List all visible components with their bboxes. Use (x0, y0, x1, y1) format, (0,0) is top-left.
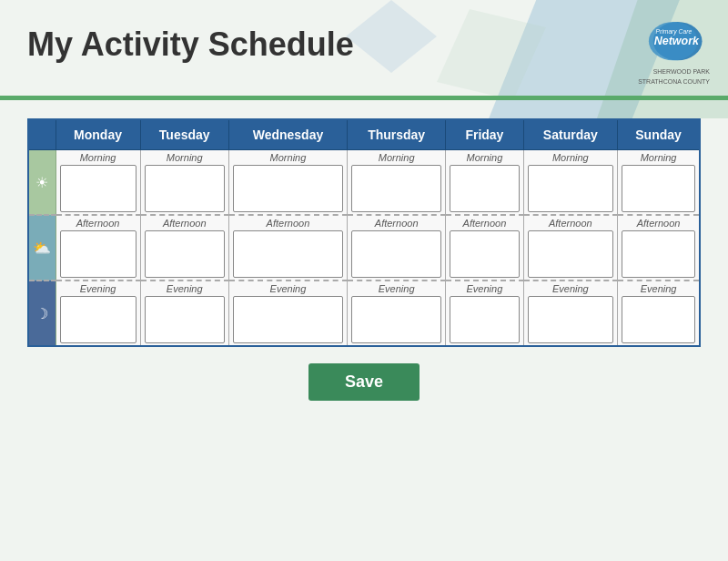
afternoon-icon-cell: ⛅ (28, 215, 56, 280)
save-button[interactable]: Save (308, 363, 420, 401)
activity-box-afternoon-saturday[interactable] (528, 230, 614, 278)
morning-monday: Morning (56, 150, 140, 216)
morning-sunday: Morning (618, 150, 700, 216)
col-tuesday: Tuesday (140, 119, 228, 150)
afternoon-wednesday: Afternoon (228, 215, 347, 280)
evening-tuesday: Evening (140, 280, 228, 346)
afternoon-thursday: Afternoon (348, 215, 446, 280)
afternoon-monday: Afternoon (56, 215, 140, 280)
header-row: Monday Tuesday Wednesday Thursday Friday… (28, 119, 700, 150)
activity-box-morning-wednesday[interactable] (233, 165, 343, 212)
col-wednesday: Wednesday (228, 119, 347, 150)
afternoon-sunday: Afternoon (618, 215, 700, 280)
morning-icon-cell: ☀ (28, 150, 56, 216)
col-monday: Monday (56, 119, 140, 150)
morning-saturday: Morning (523, 150, 618, 216)
evening-icon-cell: ☽ (28, 280, 56, 346)
logo-image: Primary Care Network (628, 22, 710, 67)
schedule-table: Monday Tuesday Wednesday Thursday Friday… (27, 118, 701, 347)
morning-tuesday: Morning (140, 150, 228, 216)
activity-box-evening-monday[interactable] (60, 296, 136, 343)
morning-thursday: Morning (348, 150, 446, 216)
activity-box-morning-friday[interactable] (450, 165, 519, 212)
activity-box-evening-tuesday[interactable] (145, 296, 225, 343)
header: My Activity Schedule Primary Care Networ… (0, 0, 728, 96)
col-sunday: Sunday (618, 119, 700, 150)
evening-row: ☽ Evening Evening Evening Evening (28, 280, 700, 346)
activity-box-morning-sunday[interactable] (622, 165, 695, 212)
morning-wednesday: Morning (228, 150, 347, 216)
activity-box-afternoon-sunday[interactable] (622, 230, 695, 278)
cloud-icon: ⛅ (31, 240, 54, 257)
activity-box-afternoon-wednesday[interactable] (233, 230, 343, 278)
activity-box-evening-thursday[interactable] (351, 296, 441, 343)
logo: Primary Care Network SHERWOOD PARK STRAT… (628, 22, 710, 87)
morning-friday: Morning (446, 150, 523, 216)
sun-icon: ☀ (31, 174, 54, 191)
activity-box-evening-saturday[interactable] (528, 296, 614, 343)
activity-box-morning-thursday[interactable] (351, 165, 441, 212)
svg-text:Network: Network (654, 35, 700, 47)
evening-thursday: Evening (348, 280, 446, 346)
save-section: Save (27, 363, 701, 401)
col-friday: Friday (446, 119, 523, 150)
evening-monday: Evening (56, 280, 140, 346)
logo-subtext: SHERWOOD PARK STRATHCONA COUNTY (638, 67, 710, 87)
afternoon-saturday: Afternoon (523, 215, 618, 280)
activity-box-afternoon-tuesday[interactable] (145, 230, 225, 278)
afternoon-friday: Afternoon (446, 215, 523, 280)
activity-box-evening-wednesday[interactable] (233, 296, 343, 343)
activity-box-afternoon-friday[interactable] (450, 230, 519, 278)
afternoon-tuesday: Afternoon (140, 215, 228, 280)
evening-wednesday: Evening (228, 280, 347, 346)
evening-sunday: Evening (618, 280, 700, 346)
evening-saturday: Evening (523, 280, 618, 346)
morning-row: ☀ Morning Morning Morning Morning (28, 150, 700, 216)
activity-box-afternoon-monday[interactable] (60, 230, 136, 278)
activity-box-evening-friday[interactable] (450, 296, 519, 343)
col-thursday: Thursday (348, 119, 446, 150)
activity-box-morning-saturday[interactable] (528, 165, 614, 212)
activity-box-morning-monday[interactable] (60, 165, 136, 212)
page-title: My Activity Schedule (27, 26, 354, 64)
col-saturday: Saturday (523, 119, 618, 150)
main-content: Monday Tuesday Wednesday Thursday Friday… (0, 100, 728, 414)
activity-box-morning-tuesday[interactable] (145, 165, 225, 212)
afternoon-row: ⛅ Afternoon Afternoon Afternoon Afternoo… (28, 215, 700, 280)
evening-friday: Evening (446, 280, 523, 346)
moon-icon: ☽ (31, 305, 54, 322)
activity-box-afternoon-thursday[interactable] (351, 230, 441, 278)
header-icon-col (28, 119, 56, 150)
activity-box-evening-sunday[interactable] (622, 296, 695, 343)
